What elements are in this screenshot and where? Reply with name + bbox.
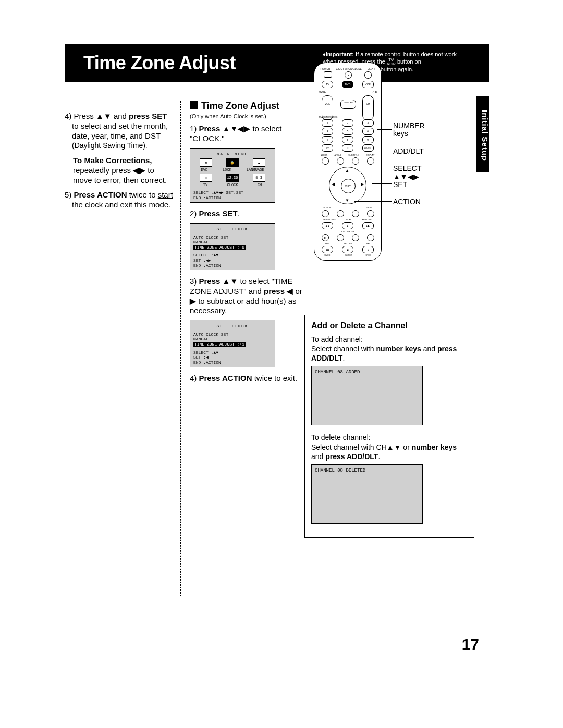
l: LOCK [223,168,231,172]
f: SET :◀ [193,355,272,360]
txt-bold: press [264,287,287,295]
t: and [421,344,437,353]
txt: and exit this mode. [103,200,170,209]
l: MANUAL [193,337,272,342]
important-label: Important: [326,51,354,57]
language-icon: ☁ [253,158,265,167]
page-title: Time Zone Adjust [83,52,236,74]
l: CH [258,183,262,187]
clock-icon: 12:30 [226,174,239,182]
power-button [324,71,332,78]
set-clock-osd-2: SET CLOCK AUTO CLOCK SET MANUAL TIME ZON… [190,320,275,367]
manual-page: Time Zone Adjust ♦Important: If a remote… [65,44,489,653]
txt: twice to [127,190,158,199]
l: CLOCK [227,183,238,187]
leader-line [377,129,392,130]
vcr-label: VCR [387,61,396,66]
txt-bold: Press [199,277,223,286]
l: AUTO CLOCK SET [193,332,272,337]
add-dlt-button: ADD/DLT [362,144,374,152]
l: ANGLE [335,154,342,156]
l: ACTION [323,206,331,209]
txt: 3) [190,277,199,286]
l: MANUAL [193,240,272,245]
f: SET :◀▶ [193,258,272,263]
section-note: (Only when Auto Clock is set.) [190,113,304,120]
skip-btn: ⏮ [322,246,333,253]
l: AUTO CLOCK SET [193,235,272,240]
num-8: 8 [342,136,353,143]
btn [367,234,374,241]
txt: or [293,287,302,295]
t: keys [393,129,408,138]
highlighted-row: TIME ZONE ADJUST : 0 [193,245,246,250]
section-title-text: Time Zone Adjust [201,101,279,111]
mid-step-4: 4) Press ACTION twice to exit. [190,374,304,384]
l: TRACKING/V-LOCK [319,116,337,118]
icon-row: ◉ 🔒 ☁ [193,158,272,167]
audio-btn [322,157,329,165]
f: END :ACTION [193,263,272,268]
delete-channel-label: To delete channel: [311,433,468,442]
num-9: 9 [362,136,374,143]
txt: 5) [65,190,74,199]
t: press ADD/DLT [325,452,378,461]
remote-top-row: POWER EJECT OPEN/CLOSE LIGHT [317,67,378,70]
l: RETURN [344,242,352,245]
num-2: 2 [342,119,353,127]
l: CM/ZERO [345,254,352,256]
osd-title: SET CLOCK [193,324,272,329]
highlighted-row: TIME ZONE ADJUST :+1 [193,342,246,347]
labels: DVDLOCKLANGUAGE [193,168,272,172]
bottom-labels: SEARCHCM/ZEROSPEED [317,254,378,256]
play-btn: ▶ [342,222,353,229]
pause-btn: ⏸ [322,234,329,241]
f: SELECT :▲▼◀▶ SET:SET [193,190,272,195]
btn [352,234,359,241]
num-6: 6 [362,128,374,135]
up-icon: ▲ [345,168,349,173]
txt: 4) Press [65,112,96,120]
t: Select channel with CH [311,443,387,451]
main-menu-osd: MAIN MENU ◉ 🔒 ☁ DVDLOCKLANGUAGE ▭ 12:30 … [190,148,275,203]
l: LIGHT [368,67,375,70]
vol-ch-cluster: MUTE A-B VOL CH TV/VIDEO TRACKING/V-LOCK [317,90,378,116]
action-btn [322,210,329,217]
num-5: 5 [342,128,353,135]
tv-mode-button: TV [322,81,333,88]
t: Select channel with [311,344,376,353]
txt-bold: Press ACTION [74,190,127,199]
txt: to select and set the month, date, year,… [72,121,168,140]
txt-bold: Press [199,124,223,133]
num-7: 7 [322,136,333,143]
osd-title: MAIN MENU [193,152,272,157]
mid-step-2: 2) Press SET. [190,209,304,219]
side-tab-initial-setup: Initial Setup [476,96,489,172]
func-row: AUDIOANGLESUB TITLEDISPLAY [317,154,378,156]
l: POWER [320,67,330,70]
t: number keys [412,443,457,451]
txt: repeatedly press [73,166,133,175]
vertical-divider [180,101,181,596]
set-clock-osd-1: SET CLOCK AUTO CLOCK SET MANUAL TIME ZON… [190,223,275,270]
ch-icon: 5 3 [253,174,265,182]
mid-step-1: 1) Press ▲▼◀▶ to select "CLOCK." [190,124,304,144]
l: DISPLAY [366,154,375,156]
txt: 1) [190,124,199,133]
arrow-right-icon: ▶ [190,297,196,305]
square-bullet-icon [190,101,198,109]
t: . [378,452,380,461]
arrows-up-down-icon: ▲▼ [387,443,401,451]
rew-btn: ◀◀ [322,222,333,229]
t: NUMBER [393,121,425,130]
mid-step-3: 3) Press ▲▼ to select "TIME ZONE ADJUST"… [190,277,304,316]
t: SELECT [393,164,421,172]
num-100: 100 [322,144,333,152]
txt: twice to exit. [252,374,298,382]
dvd-icon: ◉ [200,158,212,167]
arrows-up-down-icon: ▲▼ [96,112,112,120]
l: REW/SLOW− [323,218,336,221]
tv-video-button: TV/VIDEO [340,100,356,109]
l: SKIP [325,242,329,245]
leader-line [354,201,392,202]
